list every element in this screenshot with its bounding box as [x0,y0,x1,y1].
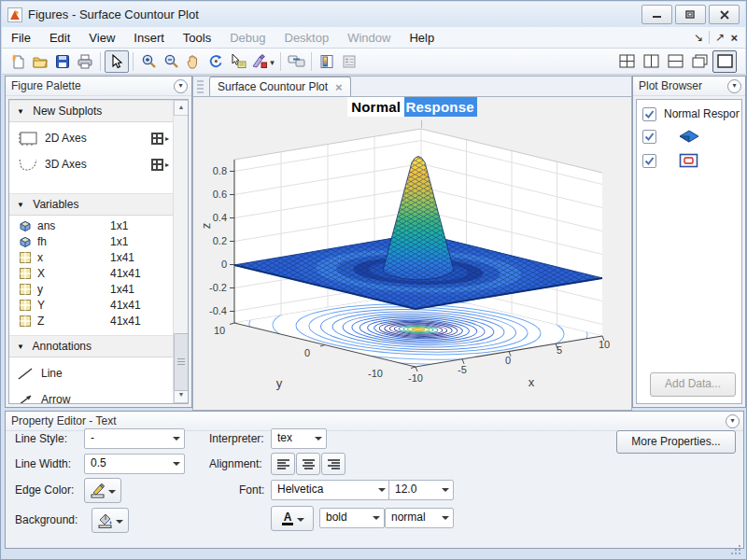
figure-canvas[interactable]: Normal Response [193,97,631,410]
add-data-button[interactable]: Add Data... [650,372,736,397]
background-color-button[interactable] [92,508,129,533]
property-editor-menu-button[interactable]: ▾ [726,414,740,428]
alignment-label: Alignment: [209,455,262,473]
font-angle-select[interactable]: normal [385,508,454,528]
palette-item-3d-axes[interactable]: 3D Axes ▸ [9,152,173,176]
font-weight-select[interactable]: bold [319,508,385,528]
figure-palette-panel: Figure Palette ▾ ▼ New Subplots 2D Axes … [5,76,192,408]
surface-contour-plot[interactable]: 0.8 0.6 0.4 0.2 0 -0.2 -0.4 10 0 -10 -10… [201,123,626,403]
data-cursor-button[interactable] [227,51,249,72]
menu-edit[interactable]: Edit [40,31,79,45]
tab-surface-contour-plot[interactable]: Surface Countour Plot × [209,77,351,96]
layout-tile-grid-button[interactable] [615,51,638,72]
arrow-annotation-icon [17,393,35,405]
open-file-button[interactable] [29,51,51,72]
save-figure-button[interactable] [51,51,74,72]
window-frame: Figures - Surface Countour Plot File Edi… [0,0,747,560]
line-width-combo[interactable]: 0.5 [84,454,185,474]
line-style-select[interactable]: - [84,428,185,449]
surface-checkbox[interactable] [642,130,656,144]
scrollbar-thumb[interactable] [174,333,189,391]
more-properties-button[interactable]: More Properties... [616,430,736,454]
menu-file[interactable]: File [2,31,40,45]
variable-row-Y[interactable]: Y 41x41 [9,297,173,313]
2d-axes-grid-button[interactable]: ▸ [151,133,173,145]
menu-view[interactable]: View [79,31,124,45]
layout-cascade-button[interactable] [688,51,711,72]
minimize-button[interactable] [641,5,672,24]
annotation-item-arrow[interactable]: Arrow [9,387,173,404]
align-right-button[interactable] [321,453,345,475]
z-axis-label: z [201,223,213,230]
scroll-up-icon: ▲ [178,104,185,110]
new-figure-button[interactable] [7,51,29,72]
figure-area: Surface Countour Plot × Normal Response [192,76,632,411]
variable-row-ans[interactable]: ans 1x1 [9,217,173,233]
align-left-button[interactable] [271,453,295,475]
variable-row-y[interactable]: y 1x41 [9,281,173,297]
menu-help[interactable]: Help [400,31,444,45]
font-family-select[interactable]: Helvetica [271,480,390,500]
plot-browser-menu-button[interactable]: ▾ [727,79,741,93]
variable-row-X[interactable]: X 41x41 [9,265,173,281]
layout-split-vertical-button[interactable] [640,51,662,72]
palette-item-2d-axes[interactable]: 2D Axes ▸ [9,126,173,150]
palette-scrollbar[interactable]: ▲ ▼ [173,100,188,403]
close-button[interactable] [709,5,740,24]
pan-button[interactable] [182,51,204,72]
property-editor-panel: Property Editor - Text ▾ Line Style: - I… [5,411,744,549]
brush-data-button[interactable] [249,51,268,72]
contour-checkbox[interactable] [642,154,656,168]
variable-row-fh[interactable]: fh 1x1 [9,233,173,249]
edit-plot-button[interactable] [105,50,129,73]
x-tick: -10 [408,372,423,384]
variable-row-x[interactable]: x 1x41 [9,249,173,265]
edge-color-button[interactable] [84,478,121,503]
align-center-button[interactable] [296,453,320,475]
brush-dropdown-arrow[interactable]: ▾ [268,55,276,68]
zoom-out-button[interactable] [160,51,182,72]
annotation-item-line[interactable]: Line [9,361,173,385]
toolbar-separator [133,52,134,71]
font-color-button[interactable]: A [271,506,314,531]
resize-grip[interactable] [731,545,741,555]
restore-button[interactable] [675,5,706,24]
tab-close-icon[interactable]: × [335,78,343,96]
chevron-down-icon: ▾ [270,58,275,67]
link-plot-button[interactable] [285,51,307,72]
dock-icon[interactable]: ↘ [694,31,703,44]
single-window-icon [717,54,733,68]
insert-legend-button[interactable] [338,51,360,72]
font-size-select[interactable]: 12.0 [388,480,454,500]
browser-item-axes[interactable]: Normal Respons [642,105,740,122]
browser-item-contour[interactable] [642,152,699,169]
plot-title-text[interactable]: Normal [347,97,404,117]
rotate-3d-button[interactable] [204,51,227,72]
undock-icon[interactable]: ↗ [715,31,725,44]
browser-item-surface[interactable] [642,128,701,145]
variable-name: ans [37,219,55,232]
insert-colorbar-button[interactable] [316,51,338,72]
zoom-in-button[interactable] [137,51,160,72]
menu-insert[interactable]: Insert [124,31,174,45]
plot-title[interactable]: Normal Response [193,99,631,115]
figure-palette-menu-button[interactable]: ▾ [174,79,188,93]
check-icon [643,108,655,120]
layout-split-horizontal-button[interactable] [664,51,686,72]
menu-tools[interactable]: Tools [174,31,220,45]
plot-title-selected-text[interactable]: Response [404,97,476,117]
scroll-up-button[interactable]: ▲ [174,100,189,116]
section-annotations[interactable]: ▼ Annotations [9,335,173,357]
close-panel-icon[interactable]: × [730,31,738,45]
section-variables[interactable]: ▼ Variables [9,193,173,216]
3d-axes-grid-button[interactable]: ▸ [151,159,173,171]
matrix-icon [19,315,32,328]
axes-checkbox[interactable] [642,107,656,121]
splitter-grip[interactable] [197,80,204,94]
interpreter-select[interactable]: tex [271,428,327,449]
z-tick: 0.8 [213,165,227,176]
print-figure-button[interactable] [74,51,96,72]
variable-row-Z[interactable]: Z 41x41 [9,313,173,329]
layout-single-button[interactable] [712,50,737,73]
section-new-subplots[interactable]: ▼ New Subplots [9,100,173,122]
